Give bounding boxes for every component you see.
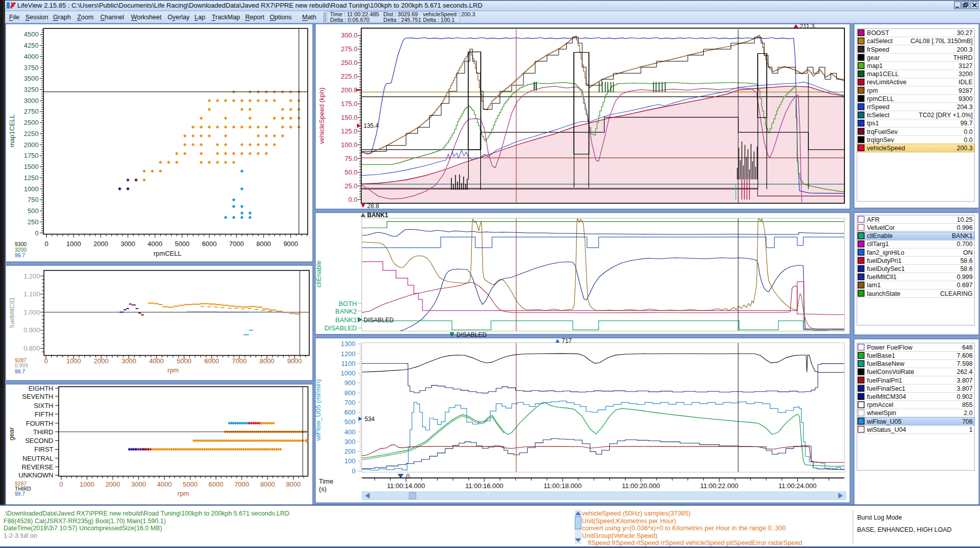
svg-text:200.3: 200.3 [957,46,972,53]
svg-text:7000: 7000 [232,357,247,365]
svg-text:9300: 9300 [959,95,973,102]
svg-text:cllEnable: cllEnable [867,232,893,239]
svg-text:fuelBaseNew: fuelBaseNew [867,360,905,367]
svg-text:3000: 3000 [24,97,39,105]
svg-text:9287: 9287 [959,87,973,94]
svg-text:fuelFinalSec1: fuelFinalSec1 [867,385,905,392]
svg-text:THIRD: THIRD [33,428,53,436]
svg-text:300: 300 [344,438,355,446]
svg-text:262.4: 262.4 [957,368,972,375]
svg-text:25.0: 25.0 [345,182,357,190]
svg-text:5000: 5000 [183,481,198,488]
svg-text:map1CELL: map1CELL [867,71,899,78]
svg-text:0.700: 0.700 [957,241,972,248]
svg-text:200: 200 [344,448,355,455]
svg-text:Session: Session [25,14,48,21]
svg-text:600: 600 [344,408,355,416]
svg-text:lam1: lam1 [867,282,880,289]
svg-text:9000: 9000 [286,481,301,488]
svg-text:1250: 1250 [24,174,39,182]
svg-text:cllEnable: cllEnable [315,261,322,288]
svg-text:99.7: 99.7 [15,368,25,374]
svg-text:75.0: 75.0 [345,155,357,162]
svg-text:0: 0 [44,357,48,365]
svg-text:calSelect: calSelect [867,38,893,45]
svg-text:frSpeed: frSpeed [867,46,889,53]
svg-text:11:00:24.000: 11:00:24.000 [778,482,816,490]
svg-text:534: 534 [365,416,375,423]
svg-text:9000: 9000 [283,240,298,248]
svg-text:Time: Time [319,477,333,485]
svg-text:0.0: 0.0 [964,128,972,135]
svg-text:800: 800 [344,389,355,397]
svg-text:200.0: 200.0 [341,86,357,94]
svg-text:99.7: 99.7 [15,252,25,258]
svg-text:EIGHTH: EIGHTH [28,385,53,392]
svg-text:SEVENTH: SEVENTH [22,393,53,400]
svg-text:1200: 1200 [341,350,355,358]
svg-text:2000: 2000 [93,240,108,248]
svg-text:UNKNOWN: UNKNOWN [18,471,53,479]
svg-text:ON: ON [963,249,973,256]
svg-text:706: 706 [962,418,973,425]
svg-text:700: 700 [344,399,355,406]
svg-text:0.697: 0.697 [957,282,972,289]
svg-text:File: File [9,14,19,21]
svg-text:2750: 2750 [24,108,39,115]
svg-text:fuelMltCll1: fuelMltCll1 [8,297,16,328]
svg-text:4000: 4000 [157,481,172,488]
svg-text:Channel: Channel [101,14,124,21]
svg-text:wheelSpin: wheelSpin [866,409,896,417]
svg-text:1750: 1750 [24,152,39,159]
svg-text:BANK1: BANK1 [952,232,973,239]
svg-text:50.0: 50.0 [345,168,357,176]
svg-text:6000: 6000 [202,240,217,248]
svg-text:6000: 6000 [204,357,219,365]
svg-text:8000: 8000 [259,357,274,365]
svg-text:99.7: 99.7 [15,491,25,497]
svg-text:Unit(Speed,Kilometres per Hour: Unit(Speed,Kilometres per Hour) [582,517,676,525]
svg-text:4000: 4000 [24,53,39,60]
svg-text:FIRST: FIRST [34,446,53,453]
svg-text:2500: 2500 [24,119,39,126]
svg-text:DISABLED: DISABLED [364,317,394,324]
svg-text:3000: 3000 [131,481,146,488]
svg-text:map1: map1 [867,62,883,70]
svg-text:3.807: 3.807 [957,377,972,384]
svg-text:launchState: launchState [867,290,900,297]
svg-text:rpm: rpm [867,87,878,94]
svg-text:BANK1: BANK1 [367,212,388,219]
svg-text:211.3: 211.3 [800,23,814,30]
svg-text:3750: 3750 [24,64,39,72]
svg-text:400: 400 [344,428,355,436]
svg-text:5000: 5000 [175,240,189,248]
svg-text:8000: 8000 [260,481,275,488]
svg-text:0.900: 0.900 [23,326,40,334]
svg-text:1000: 1000 [24,185,39,193]
svg-text:0.0: 0.0 [348,196,357,203]
svg-text:wiFlow_U05: wiFlow_U05 [866,418,901,425]
svg-text:855: 855 [962,401,973,408]
svg-text:tps1: tps1 [867,120,879,127]
svg-text:F88(4528) Cal(JSRX7-RR235g) Bo: F88(4528) Cal(JSRX7-RR235g) Boot(1.70) M… [4,518,166,525]
svg-text:28.8: 28.8 [367,202,379,210]
svg-text:VefuelCor: VefuelCor [867,224,895,231]
svg-text:0.902: 0.902 [957,393,972,400]
svg-text:trqFuelSev: trqFuelSev [867,128,898,135]
svg-text:rpm: rpm [168,366,179,374]
svg-text:3127: 3127 [959,62,973,70]
svg-text:7.606: 7.606 [957,352,972,359]
svg-text:2000: 2000 [106,481,120,488]
svg-text:gear: gear [8,427,15,440]
svg-text:vehicleSpeed (kph): vehicleSpeed (kph) [318,87,325,144]
svg-text:5000: 5000 [177,357,191,365]
svg-text:200.3: 200.3 [957,145,972,152]
svg-text:2250: 2250 [24,130,39,138]
svg-text:225.0: 225.0 [341,73,357,80]
svg-text:Options: Options [270,14,291,21]
svg-text:TC02 [DRY +1.0%]: TC02 [DRY +1.0%] [919,112,972,119]
svg-text:0.996: 0.996 [957,224,972,231]
svg-text:AFR: AFR [867,216,879,223]
svg-text:SECOND: SECOND [25,437,53,444]
svg-text:fuelConsVolRate: fuelConsVolRate [867,368,914,375]
